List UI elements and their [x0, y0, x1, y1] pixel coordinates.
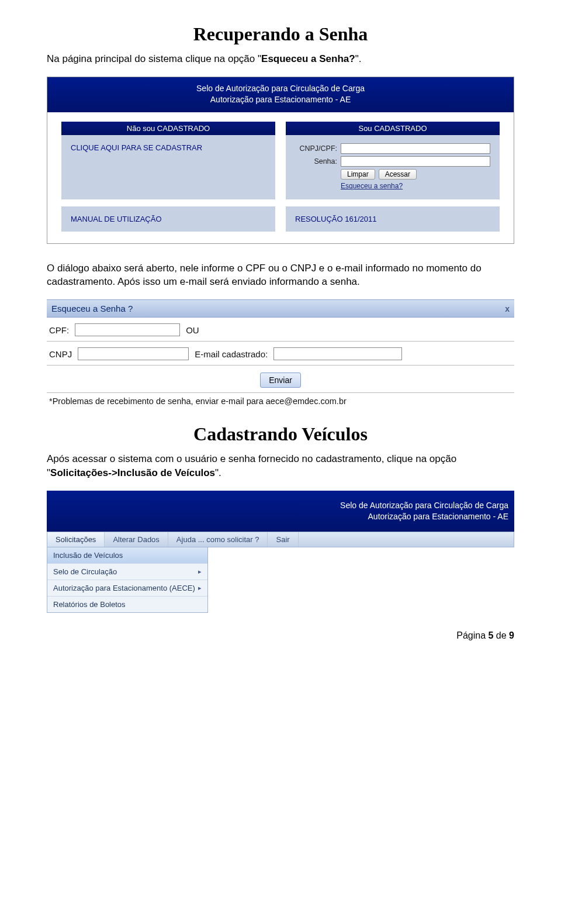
nav-screenshot: Selo de Autorização para Circulação de C… — [47, 491, 514, 613]
forgot-password-dialog: Esqueceu a Senha ? x CPF: OU CNPJ E-mail… — [47, 299, 514, 406]
intro-pre: Na página principal do sistema clique na… — [47, 53, 261, 64]
dd-item-label: Inclusão de Veículos — [53, 551, 123, 560]
email-input[interactable] — [273, 347, 402, 360]
nav-ajuda[interactable]: Ajuda ... como solicitar ? — [168, 532, 268, 547]
intro-post: ". — [355, 53, 362, 64]
dd-relatorios-boletos[interactable]: Relatórios de Boletos — [47, 596, 207, 612]
nav-alterar-dados[interactable]: Alterar Dados — [105, 532, 168, 547]
cpf-input[interactable] — [75, 323, 180, 336]
intro-bold: Esqueceu a Senha? — [261, 53, 355, 64]
banner-line2: Autorização para Estacionamento - AE — [52, 94, 509, 105]
intro2-bold: Solicitações->Inclusão de Veículos — [50, 467, 215, 478]
portal-banner: Selo de Autorização para Circulação de C… — [47, 77, 514, 112]
dd-selo-circulacao[interactable]: Selo de Circulação ▸ — [47, 563, 207, 580]
dialog-titlebar: Esqueceu a Senha ? x — [47, 299, 514, 318]
dialog-note: *Problemas de recebimento de senha, envi… — [47, 393, 514, 406]
chevron-right-icon: ▸ — [198, 584, 202, 592]
section-heading-vehicles: Cadastrando Veículos — [47, 423, 514, 445]
section-heading-recovery: Recuperando a Senha — [47, 23, 514, 45]
left-column: Não sou CADASTRADO CLIQUE AQUI PARA SE C… — [61, 122, 275, 199]
register-link[interactable]: CLIQUE AQUI PARA SE CADASTRAR — [61, 135, 275, 199]
access-button[interactable]: Acessar — [379, 169, 417, 180]
dd-item-label: Autorização para Estacionamento (AECE) — [53, 584, 195, 592]
login-portal-screenshot: Selo de Autorização para Circulação de C… — [47, 77, 514, 244]
clear-button[interactable]: Limpar — [341, 169, 375, 180]
dd-item-label: Selo de Circulação — [53, 567, 117, 576]
page-footer: Página 5 de 9 — [47, 630, 514, 641]
footer-total: 9 — [509, 630, 514, 640]
main-navbar: Solicitações Alterar Dados Ajuda ... com… — [47, 532, 514, 547]
manual-link[interactable]: MANUAL DE UTILIZAÇÃO — [61, 206, 275, 232]
dialog-explain-text: O diálogo abaixo será aberto, nele infor… — [47, 261, 514, 289]
dialog-title-text: Esqueceu a Senha ? — [51, 304, 133, 313]
forgot-password-link[interactable]: Esqueceu a senha? — [341, 182, 403, 190]
login-form: CNPJ/CPF: Senha: Limpar Acessar Esqueceu… — [286, 135, 500, 199]
senha-label: Senha: — [295, 157, 337, 166]
email-label: E-mail cadastrado: — [195, 349, 268, 359]
dd-autorizacao-aece[interactable]: Autorização para Estacionamento (AECE) ▸ — [47, 580, 207, 596]
cpf-label: CPF: — [49, 325, 69, 335]
intro-text-recovery: Na página principal do sistema clique na… — [47, 52, 514, 66]
cnpjcpf-input[interactable] — [341, 143, 490, 154]
cnpj-input[interactable] — [78, 347, 189, 360]
send-button[interactable]: Enviar — [260, 373, 301, 388]
or-separator: OU — [186, 325, 199, 335]
banner-line1: Selo de Autorização para Circulação de C… — [52, 83, 509, 94]
footer-pre: Página — [456, 630, 488, 640]
resolution-link[interactable]: RESOLUÇÃO 161/2011 — [286, 206, 500, 232]
right-column: Sou CADASTRADO CNPJ/CPF: Senha: Limpar A… — [286, 122, 500, 199]
close-icon[interactable]: x — [505, 304, 510, 313]
dd-inclusao-veiculos[interactable]: Inclusão de Veículos — [47, 547, 207, 563]
nav-sair[interactable]: Sair — [268, 532, 298, 547]
chevron-right-icon: ▸ — [198, 568, 202, 575]
intro2-post: ". — [215, 467, 221, 478]
intro-text-vehicles: Após acessar o sistema com o usuário e s… — [47, 452, 514, 480]
footer-mid: de — [493, 630, 509, 640]
senha-input[interactable] — [341, 156, 490, 167]
right-header: Sou CADASTRADO — [286, 122, 500, 135]
cnpjcpf-label: CNPJ/CPF: — [295, 144, 337, 153]
cnpj-label: CNPJ — [49, 349, 72, 359]
nav-banner-line1: Selo de Autorização para Circulação de C… — [53, 500, 508, 511]
dd-item-label: Relatórios de Boletos — [53, 600, 126, 609]
nav-solicitacoes[interactable]: Solicitações — [47, 532, 105, 547]
solicitacoes-dropdown: Inclusão de Veículos Selo de Circulação … — [47, 547, 208, 613]
nav-banner-line2: Autorização para Estacionamento - AE — [53, 511, 508, 522]
nav-banner: Selo de Autorização para Circulação de C… — [47, 491, 514, 532]
left-header: Não sou CADASTRADO — [61, 122, 275, 135]
